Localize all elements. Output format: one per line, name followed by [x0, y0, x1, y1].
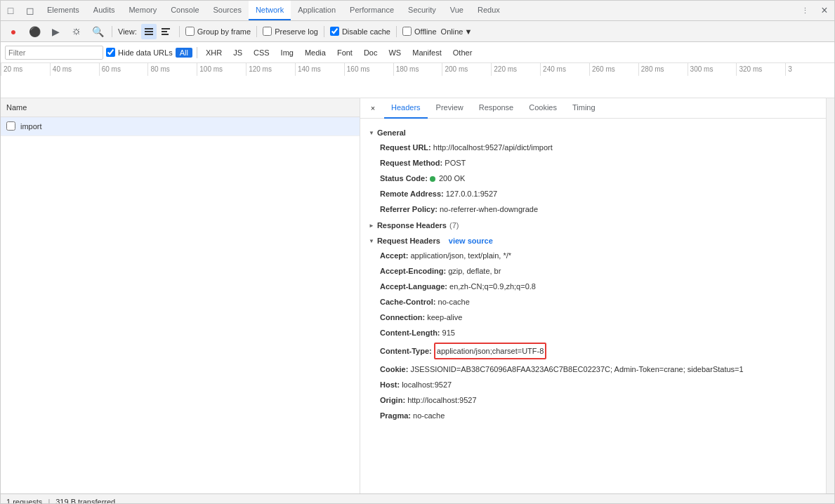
- network-dropdown[interactable]: Online ▼: [441, 27, 473, 36]
- tab-spacer: [507, 1, 795, 20]
- tab-cookies[interactable]: Cookies: [522, 98, 564, 119]
- filter-button[interactable]: ⛭: [68, 23, 85, 40]
- tab-preview[interactable]: Preview: [429, 98, 471, 119]
- clear-button[interactable]: ⚫: [26, 23, 43, 40]
- tab-response[interactable]: Response: [472, 98, 521, 119]
- tree-view-icon[interactable]: [158, 24, 173, 39]
- request-list-header: Name: [1, 98, 360, 117]
- host-row: Host: localhost:9527: [369, 377, 817, 392]
- timeline-tick: 220 ms: [491, 63, 540, 76]
- view-label: View:: [118, 27, 137, 36]
- dock-icon[interactable]: □: [1, 1, 20, 20]
- close-devtools-button[interactable]: ×: [815, 1, 834, 20]
- content-type-highlighted: application/json;charset=UTF-8: [434, 343, 547, 359]
- devtools-tab-bar: □ ◻ Elements Audits Memory Console Sourc…: [1, 1, 834, 21]
- remote-address-row: Remote Address: 127.0.0.1:9527: [369, 186, 817, 201]
- search-button[interactable]: 🔍: [89, 23, 106, 40]
- filter-all[interactable]: All: [176, 48, 192, 58]
- timeline-tick: 60 ms: [99, 63, 148, 76]
- record-button[interactable]: ●: [5, 23, 22, 40]
- headers-panel: × Headers Preview Response Cookies Timin…: [360, 98, 826, 493]
- disable-cache-label[interactable]: Disable cache: [330, 27, 390, 36]
- tab-timing[interactable]: Timing: [565, 98, 603, 119]
- timeline-tick: 100 ms: [197, 63, 246, 76]
- origin-row: Origin: http://localhost:9527: [369, 392, 817, 408]
- list-view-icon[interactable]: [141, 24, 157, 39]
- tab-vue[interactable]: Vue: [443, 1, 471, 20]
- status-dot: [430, 176, 435, 182]
- tab-console[interactable]: Console: [164, 1, 206, 20]
- mobile-icon[interactable]: ◻: [20, 1, 40, 20]
- disable-cache-checkbox[interactable]: [330, 27, 339, 36]
- timeline-bar: 20 ms40 ms60 ms80 ms100 ms120 ms140 ms16…: [1, 63, 834, 98]
- separator-3: [256, 26, 257, 37]
- filter-media[interactable]: Media: [301, 48, 330, 58]
- preserve-log-label[interactable]: Preserve log: [263, 27, 318, 36]
- content-length-row: Content-Length: 915: [369, 325, 817, 340]
- timeline-tick: 3: [785, 63, 834, 76]
- timeline-tick: 260 ms: [589, 63, 638, 76]
- tab-redux[interactable]: Redux: [471, 1, 507, 20]
- timeline-tick: 180 ms: [393, 63, 442, 76]
- camera-button[interactable]: ▶: [47, 23, 64, 40]
- timeline-tick: 20 ms: [1, 63, 50, 76]
- filter-doc[interactable]: Doc: [360, 48, 382, 58]
- tab-network[interactable]: Network: [249, 1, 291, 20]
- status-separator: |: [48, 498, 50, 505]
- accept-encoding-row: Accept-Encoding: gzip, deflate, br: [369, 263, 817, 279]
- general-section-header[interactable]: ▼ General: [369, 124, 817, 140]
- timeline-ticks: 20 ms40 ms60 ms80 ms100 ms120 ms140 ms16…: [1, 63, 834, 76]
- table-row[interactable]: import: [1, 117, 360, 136]
- hide-data-urls-label[interactable]: Hide data URLs: [106, 48, 173, 57]
- request-name: import: [20, 122, 354, 131]
- accept-row: Accept: application/json, text/plain, */…: [369, 248, 817, 263]
- view-source-link[interactable]: view source: [449, 237, 493, 245]
- svg-rect-1: [145, 31, 153, 32]
- content-type-row: Content-Type: application/json;charset=U…: [369, 340, 817, 362]
- filter-js[interactable]: JS: [229, 48, 246, 58]
- tab-audits[interactable]: Audits: [86, 1, 122, 20]
- tab-security[interactable]: Security: [401, 1, 443, 20]
- group-by-frame-checkbox[interactable]: [185, 27, 195, 36]
- timeline-tick: 280 ms: [638, 63, 688, 76]
- request-headers-section-header[interactable]: ▼ Request Headers view source: [369, 232, 817, 248]
- filter-css[interactable]: CSS: [249, 48, 274, 58]
- request-list: Name import: [1, 98, 360, 493]
- general-triangle: ▼: [369, 130, 374, 136]
- cookie-row: Cookie: JSESSIONID=AB38C76096A8FAA323A6C…: [369, 362, 817, 377]
- filter-other[interactable]: Other: [449, 48, 477, 58]
- group-by-frame-label[interactable]: Group by frame: [185, 27, 251, 36]
- separator-4: [324, 26, 324, 37]
- tab-sources[interactable]: Sources: [206, 1, 249, 20]
- filter-xhr[interactable]: XHR: [202, 48, 226, 58]
- offline-checkbox[interactable]: [402, 27, 412, 36]
- tab-application[interactable]: Application: [291, 1, 343, 20]
- svg-rect-0: [145, 28, 153, 29]
- filter-img[interactable]: Img: [277, 48, 298, 58]
- filter-input[interactable]: [5, 46, 103, 60]
- preserve-log-checkbox[interactable]: [263, 27, 272, 36]
- hide-data-urls-checkbox[interactable]: [106, 48, 115, 57]
- timeline-tick: 40 ms: [50, 63, 99, 76]
- timeline-tick: 120 ms: [246, 63, 295, 76]
- separator-5: [396, 26, 397, 37]
- offline-label[interactable]: Offline: [402, 27, 437, 36]
- more-tabs-button[interactable]: ⋮: [795, 1, 815, 20]
- filter-bar: Hide data URLs All XHR JS CSS Img Media …: [1, 42, 834, 63]
- response-headers-section-header[interactable]: ► Response Headers (7): [369, 217, 817, 232]
- tab-memory[interactable]: Memory: [121, 1, 164, 20]
- filter-manifest[interactable]: Manifest: [408, 48, 446, 58]
- filter-ws[interactable]: WS: [384, 48, 405, 58]
- tab-performance[interactable]: Performance: [343, 1, 401, 20]
- transferred-size: 319 B transferred: [55, 498, 115, 505]
- panel-close-button[interactable]: ×: [366, 101, 380, 115]
- main-content: Name import × Headers Preview Response C…: [1, 98, 834, 493]
- requests-count: 1 requests: [6, 498, 42, 505]
- row-checkbox[interactable]: [6, 121, 15, 131]
- tab-elements[interactable]: Elements: [40, 1, 86, 20]
- right-scrollbar[interactable]: [826, 98, 834, 493]
- accept-language-row: Accept-Language: en,zh-CN;q=0.9,zh;q=0.8: [369, 279, 817, 294]
- timeline-tick: 80 ms: [147, 63, 197, 76]
- filter-font[interactable]: Font: [333, 48, 357, 58]
- tab-headers[interactable]: Headers: [384, 98, 428, 119]
